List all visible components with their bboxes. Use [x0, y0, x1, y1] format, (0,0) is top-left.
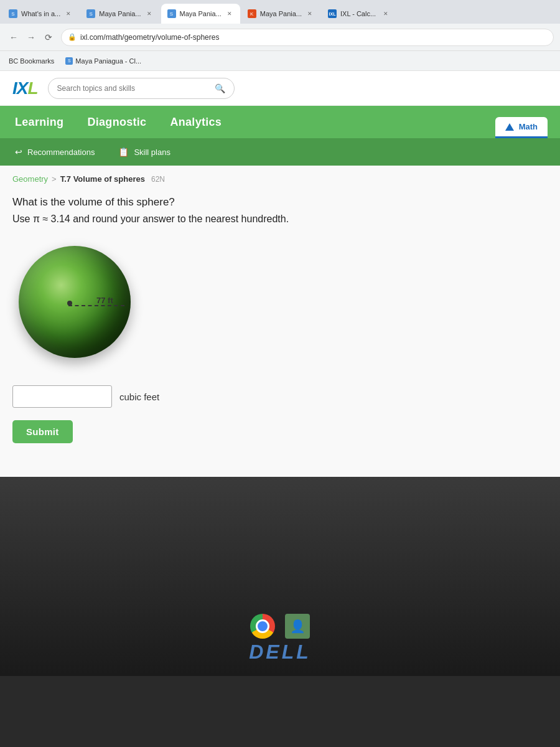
nav-buttons: ← → ⟳ [6, 30, 56, 45]
tab-title-1: What's in a... [21, 10, 60, 17]
lock-icon: 🔒 [68, 33, 77, 41]
breadcrumb-parent[interactable]: Geometry [12, 174, 48, 184]
browser-tab-2[interactable]: S Maya Pania... ✕ [80, 4, 159, 24]
sub-nav-recommendations[interactable]: ↩ Recommendations [12, 141, 97, 163]
tab-close-1[interactable]: ✕ [64, 9, 73, 18]
sphere-visual [19, 246, 131, 358]
tab-bar: S What's in a... ✕ S Maya Pania... ✕ S M… [0, 0, 560, 24]
recommendations-icon: ↩ [15, 147, 22, 157]
submit-button[interactable]: Submit [12, 420, 73, 443]
math-tab-label: Math [519, 122, 538, 131]
forward-button[interactable]: → [24, 30, 39, 45]
browser-tab-3[interactable]: S Maya Pania... ✕ [161, 4, 240, 24]
sphere-container: 77 ft [12, 240, 548, 367]
ixl-logo: IXL [12, 78, 38, 98]
browser-tab-4[interactable]: K Maya Pania... ✕ [241, 4, 320, 24]
address-bar: ← → ⟳ 🔒 ixl.com/math/geometry/volume-of-… [0, 24, 560, 51]
sub-nav: ↩ Recommendations 📋 Skill plans [0, 138, 560, 166]
bookmark-title-1: Maya Paniagua - Cl... [75, 57, 141, 65]
skill-code: 62N [151, 175, 165, 184]
bookmarks-text: BC Bookmarks [9, 57, 54, 65]
skill-plans-label: Skill plans [134, 148, 170, 157]
skill-plans-icon: 📋 [118, 147, 129, 157]
nav-analytics[interactable]: Analytics [167, 107, 224, 138]
tab-close-4[interactable]: ✕ [306, 9, 314, 18]
main-nav: Learning Diagnostic Analytics Math [0, 106, 560, 138]
dell-logo: DELL [249, 641, 311, 664]
browser-tab-1[interactable]: S What's in a... ✕ [2, 4, 79, 24]
search-bar[interactable]: 🔍 [48, 78, 235, 99]
tab-title-4: Maya Pania... [260, 10, 302, 17]
content-area: Geometry > T.7 Volume of spheres 62N Wha… [0, 166, 560, 477]
sphere-wrapper: 77 ft [12, 240, 137, 364]
tab-icon-3: S [167, 9, 176, 18]
radius-label: 77 ft [96, 296, 113, 305]
math-tab[interactable]: Math [495, 117, 548, 138]
tab-icon-5: IXL [328, 9, 337, 18]
refresh-button[interactable]: ⟳ [41, 30, 56, 45]
monitor-icon[interactable]: 👤 [285, 614, 310, 639]
bookmarks-label[interactable]: BC Bookmarks [6, 56, 57, 66]
breadcrumb-separator: > [52, 174, 57, 184]
browser-chrome: S What's in a... ✕ S Maya Pania... ✕ S M… [0, 0, 560, 71]
recommendations-label: Recommendations [27, 148, 95, 157]
browser-tab-5[interactable]: IXL IXL - Calc... ✕ [322, 4, 396, 24]
tab-close-2[interactable]: ✕ [145, 9, 154, 18]
unit-label: cubic feet [119, 392, 159, 402]
search-input[interactable] [57, 84, 210, 93]
answer-area: cubic feet [12, 385, 548, 408]
bookmarks-bar: BC Bookmarks S Maya Paniagua - Cl... [0, 51, 560, 71]
url-text: ixl.com/math/geometry/volume-of-spheres [80, 33, 219, 42]
breadcrumb: Geometry > T.7 Volume of spheres 62N [12, 174, 548, 184]
bookmark-icon-1: S [65, 57, 73, 65]
nav-diagnostic[interactable]: Diagnostic [85, 107, 149, 138]
chrome-icon[interactable] [250, 614, 275, 639]
bookmark-item-1[interactable]: S Maya Paniagua - Cl... [63, 56, 144, 66]
breadcrumb-current: T.7 Volume of spheres [60, 174, 145, 184]
radius-line [68, 305, 124, 306]
sub-nav-skill-plans[interactable]: 📋 Skill plans [116, 141, 173, 163]
question-line1: What is the volume of this sphere? [12, 196, 548, 209]
tab-close-3[interactable]: ✕ [225, 9, 234, 18]
tab-close-5[interactable]: ✕ [381, 9, 390, 18]
back-button[interactable]: ← [6, 30, 21, 45]
tab-icon-2: S [86, 9, 95, 18]
nav-learning[interactable]: Learning [12, 107, 66, 138]
search-icon: 🔍 [215, 83, 225, 93]
bottom-area: 👤 DELL [0, 477, 560, 676]
taskbar: 👤 [250, 614, 310, 639]
question-instructions: Use π ≈ 3.14 and round your answer to th… [12, 214, 548, 225]
tab-icon-4: K [248, 9, 256, 18]
tab-title-5: IXL - Calc... [340, 10, 378, 17]
url-bar[interactable]: 🔒 ixl.com/math/geometry/volume-of-sphere… [61, 29, 554, 46]
ixl-page: IXL 🔍 Learning Diagnostic Analytics Math… [0, 71, 560, 477]
tab-title-3: Maya Pania... [180, 10, 222, 17]
tab-title-2: Maya Pania... [99, 10, 141, 17]
ixl-header: IXL 🔍 [0, 71, 560, 106]
answer-input[interactable] [12, 385, 112, 408]
math-icon [505, 123, 514, 131]
tab-icon-1: S [9, 9, 17, 18]
